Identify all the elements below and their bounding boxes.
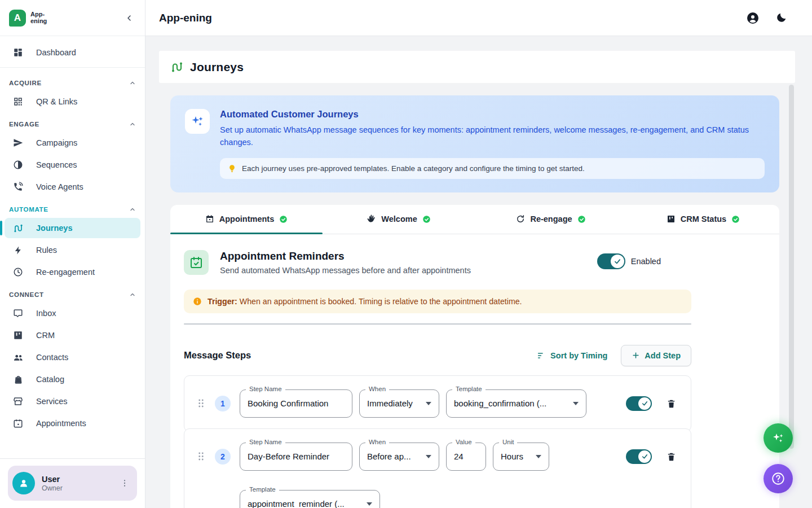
sidebar-item-sequences[interactable]: Sequences: [5, 155, 140, 175]
sort-by-timing-button[interactable]: Sort by Timing: [537, 351, 607, 360]
chevron-up-icon: [129, 291, 136, 298]
sidebar-item-re-engagement[interactable]: Re-engagement: [5, 262, 140, 282]
section-header-automate[interactable]: AUTOMATE: [5, 199, 140, 216]
step-name-input[interactable]: [248, 452, 345, 461]
chevron-up-icon: [129, 80, 136, 86]
chat-icon: [12, 308, 24, 318]
sidebar-item-label: Catalog: [36, 375, 64, 384]
page-title-bar: Journeys: [159, 51, 795, 83]
step-name-input[interactable]: [248, 398, 345, 408]
delete-step-icon[interactable]: [667, 452, 676, 462]
step-name-field[interactable]: Step Name: [240, 443, 352, 471]
section-title: Appointment Reminders: [220, 250, 586, 262]
check-icon: [641, 400, 648, 407]
drag-handle-icon[interactable]: [198, 398, 206, 408]
check-icon: [614, 257, 621, 265]
question-mark-icon: [771, 471, 785, 486]
sidebar-item-voice-agents[interactable]: Voice Agents: [5, 177, 140, 197]
section-header-engage[interactable]: ENGAGE: [5, 113, 140, 131]
section-header-connect[interactable]: CONNECT: [5, 284, 140, 301]
step-enabled-toggle[interactable]: [626, 396, 652, 411]
sidebar-item-crm[interactable]: CRM: [5, 325, 140, 345]
sidebar-item-label: Campaigns: [36, 138, 77, 147]
sidebar-item-rules[interactable]: Rules: [5, 240, 140, 260]
banner-tip: Each journey uses pre-approved templates…: [220, 158, 765, 179]
sidebar-item-campaigns[interactable]: Campaigns: [5, 133, 140, 153]
help-fab[interactable]: [764, 464, 793, 493]
sidebar-item-label: Voice Agents: [36, 182, 83, 191]
sidebar-item-label: Rules: [36, 246, 57, 255]
check-icon: [641, 453, 648, 460]
more-options-icon[interactable]: [118, 476, 131, 490]
qr-code-icon: [12, 97, 24, 107]
plus-icon: [632, 351, 640, 360]
lightning-icon: [12, 246, 24, 255]
user-circle-icon[interactable]: [746, 11, 760, 25]
when-select[interactable]: When Before ap...: [359, 443, 439, 471]
chevron-left-icon: [125, 14, 134, 23]
sidebar-item-catalog[interactable]: Catalog: [5, 369, 140, 389]
clock-icon: [12, 267, 24, 277]
sidebar-collapse-button[interactable]: [122, 11, 136, 25]
refresh-icon: [516, 214, 525, 224]
sidebar-item-services[interactable]: Services: [5, 391, 140, 411]
divider: [184, 323, 691, 325]
ai-assistant-fab[interactable]: [764, 423, 793, 453]
main-area: App-ening Journeys Automated Customer Jo…: [145, 0, 812, 508]
chevron-up-icon: [129, 121, 136, 128]
sidebar-item-label: CRM: [36, 331, 55, 340]
sidebar-item-qr-links[interactable]: QR & Links: [5, 91, 140, 112]
drag-handle-icon[interactable]: [198, 452, 206, 461]
user-name: User: [42, 475, 111, 484]
sidebar-item-appointments[interactable]: Appointments: [5, 413, 140, 433]
sidebar-item-label: Journeys: [36, 224, 72, 233]
tab-appointments[interactable]: Appointments: [170, 205, 323, 234]
step-name-field[interactable]: Step Name: [240, 389, 352, 418]
value-input[interactable]: [454, 452, 478, 461]
sidebar-item-contacts[interactable]: Contacts: [5, 347, 140, 367]
check-badge-icon: [422, 215, 431, 224]
template-select[interactable]: Template appointment_reminder (...: [240, 490, 380, 508]
user-card[interactable]: User Owner: [8, 466, 137, 501]
phone-wave-icon: [12, 182, 24, 192]
section-header-acquire[interactable]: ACQUIRE: [5, 72, 140, 90]
shopping-bag-icon: [12, 375, 24, 384]
tab-crm-status[interactable]: CRM Status: [627, 205, 779, 234]
unit-select[interactable]: Unit Hours: [493, 443, 549, 471]
step-enabled-toggle[interactable]: [626, 449, 652, 464]
route-icon: [170, 60, 184, 74]
chevron-down-icon: [536, 455, 541, 458]
sidebar-header: A App-ening: [0, 0, 145, 36]
page-content: Journeys Automated Customer Journeys Set…: [145, 36, 812, 508]
tab-re-engage[interactable]: Re-engage: [475, 205, 627, 234]
delete-step-icon[interactable]: [667, 398, 676, 409]
trigger-label: Trigger:: [208, 297, 237, 306]
appointments-section: Appointment Reminders Send automated Wha…: [170, 234, 779, 508]
moon-icon[interactable]: [775, 12, 787, 24]
value-field[interactable]: Value: [446, 443, 486, 471]
dashboard-icon: [12, 47, 24, 58]
app-logo: A App-ening: [9, 10, 47, 27]
banner-title: Automated Customer Journeys: [220, 109, 765, 120]
chevron-up-icon: [129, 206, 136, 213]
template-select[interactable]: Template booking_confirmation (...: [446, 389, 586, 418]
add-step-button[interactable]: Add Step: [621, 345, 691, 366]
user-role: Owner: [42, 484, 111, 492]
category-enabled-toggle[interactable]: [597, 253, 625, 269]
calendar-check-icon: [184, 250, 209, 275]
info-banner: Automated Customer Journeys Set up autom…: [170, 95, 779, 192]
sidebar-item-label: Contacts: [36, 353, 68, 362]
sidebar-item-inbox[interactable]: Inbox: [5, 303, 140, 323]
sidebar-item-label: Appointments: [36, 419, 86, 428]
storefront-icon: [12, 396, 24, 406]
when-select[interactable]: When Immediately: [359, 389, 439, 418]
step-row-1: 1 Step Name When Immediately: [184, 375, 691, 432]
tab-welcome[interactable]: Welcome: [323, 205, 475, 234]
sidebar-item-journeys[interactable]: Journeys: [5, 218, 140, 238]
topbar-title: App-ening: [159, 12, 212, 24]
sparkles-icon: [771, 431, 785, 445]
trigger-info-bar: Trigger: When an appointment is booked. …: [184, 290, 691, 313]
sidebar-item-dashboard[interactable]: Dashboard: [5, 42, 140, 63]
scrollbar[interactable]: [789, 85, 794, 449]
sidebar-nav: Dashboard ACQUIRE QR & Links ENGAGE Camp…: [0, 36, 145, 458]
